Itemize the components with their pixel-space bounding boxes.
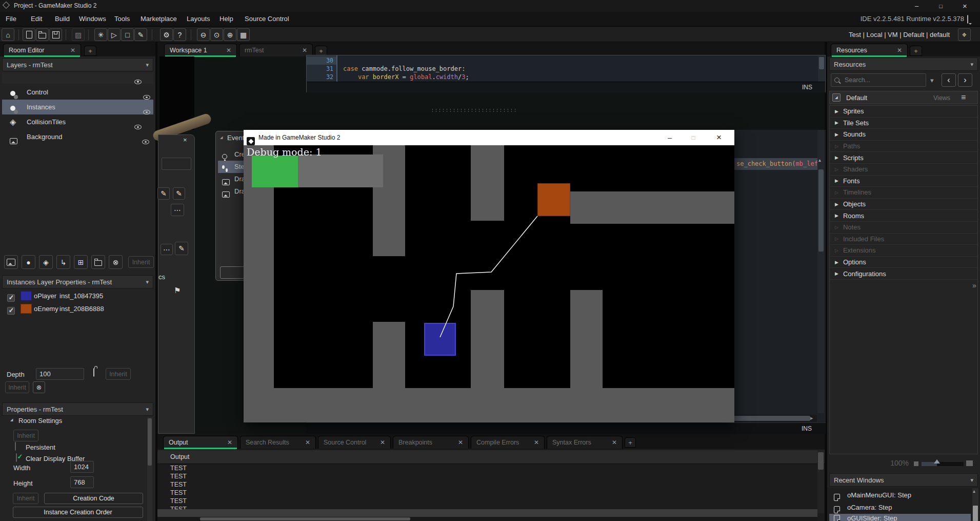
recent-row-ocamera[interactable]: oCamera: Step — [829, 501, 971, 514]
menu-marketplace[interactable]: Marketplace — [141, 15, 177, 23]
tree-arrow-icon[interactable] — [835, 260, 838, 265]
room-settings-label[interactable]: Room Settings — [18, 417, 62, 424]
tab-close-icon[interactable] — [64, 47, 75, 54]
recent-row-oguislider[interactable]: oGUISlider: Step — [829, 514, 971, 521]
game-minimize-icon[interactable] — [665, 132, 675, 143]
game-close-icon[interactable] — [713, 131, 725, 144]
resource-group-row[interactable]: Default Views — [829, 91, 978, 104]
layers-header[interactable]: Layers - rmTest — [2, 58, 153, 71]
instance-creation-order-button[interactable]: Instance Creation Order — [13, 507, 143, 518]
tree-item-configurations[interactable]: Configurations — [830, 268, 977, 280]
eye-icon[interactable] — [134, 80, 142, 84]
tab-close-icon[interactable] — [374, 439, 385, 446]
add-path-layer-icon[interactable] — [56, 255, 70, 269]
eye-icon[interactable] — [143, 95, 150, 100]
instance-row-oenemy[interactable]: oEnemy inst_208B6888 — [2, 302, 153, 315]
search-next-button[interactable] — [958, 73, 972, 87]
add-tab-button[interactable] — [910, 46, 922, 56]
tab-rmtest[interactable]: rmTest — [239, 44, 313, 56]
settings-gear-icon[interactable] — [160, 28, 173, 41]
menu-tools[interactable]: Tools — [114, 15, 130, 23]
tab-search-results[interactable]: Search Results — [240, 436, 316, 449]
tree-item-rooms[interactable]: Rooms — [830, 210, 977, 222]
search-prev-button[interactable] — [942, 73, 956, 87]
menu-file[interactable]: File — [6, 15, 16, 23]
tree-arrow-icon[interactable] — [835, 178, 838, 183]
tree-arrow-icon[interactable] — [835, 155, 838, 160]
scroll-up-icon[interactable] — [818, 157, 821, 163]
clean-build-icon[interactable] — [134, 28, 147, 41]
debug-icon[interactable] — [94, 28, 107, 41]
tab-close-icon[interactable] — [220, 47, 231, 54]
edit-image-icon[interactable] — [173, 187, 185, 200]
clear-display-buffer-checkbox[interactable] — [16, 453, 17, 462]
tree-item-sounds[interactable]: Sounds — [830, 129, 977, 141]
recent-row-omainmenugui[interactable]: oMainMenuGUI: Step — [829, 489, 971, 501]
add-output-tab-button[interactable] — [625, 437, 636, 448]
feedback-chat-icon[interactable] — [967, 15, 968, 24]
flag-icon[interactable] — [174, 286, 181, 295]
tab-close-icon[interactable] — [891, 47, 902, 54]
room-properties-header[interactable]: Properties - rmTest — [2, 402, 153, 416]
tree-arrow-icon[interactable] — [835, 132, 838, 137]
tab-close-icon[interactable] — [296, 47, 307, 54]
resources-header[interactable]: Resources — [829, 57, 978, 71]
zoom-slider-max-handle[interactable] — [966, 460, 973, 466]
scroll-up-icon[interactable] — [973, 488, 975, 494]
tree-arrow-icon[interactable] — [835, 213, 838, 218]
tab-output[interactable]: Output — [163, 436, 238, 449]
save-project-icon[interactable] — [49, 28, 62, 41]
left-panel-scrollbar[interactable] — [147, 417, 152, 521]
output-v-scrollbar[interactable] — [817, 450, 824, 513]
layer-row-instances[interactable]: Instances — [2, 100, 153, 114]
output-h-scrollbar[interactable] — [157, 517, 817, 521]
eye-icon[interactable] — [143, 110, 150, 114]
tab-close-icon[interactable] — [528, 439, 539, 446]
tree-arrow-icon[interactable] — [835, 120, 838, 125]
add-workspace-tab-button[interactable] — [315, 46, 327, 56]
close-icon[interactable] — [183, 136, 187, 144]
eye-icon[interactable] — [134, 125, 142, 129]
edit-sprite-icon[interactable] — [157, 187, 170, 200]
game-window-titlebar[interactable]: Made in GameMaker Studio 2 — [244, 130, 734, 145]
game-viewport[interactable]: Debug mode: 1 — [244, 145, 734, 422]
minimize-button[interactable] — [905, 0, 929, 12]
room-height-input[interactable] — [70, 476, 94, 488]
output-selected-row[interactable] — [157, 509, 817, 517]
stop-icon[interactable] — [121, 28, 134, 41]
recent-windows-header[interactable]: Recent Windows — [829, 473, 978, 487]
maximize-button[interactable] — [929, 0, 953, 12]
target-manager-icon[interactable] — [958, 28, 971, 41]
tree-item-objects[interactable]: Objects — [830, 199, 977, 210]
zoom-slider-thumb[interactable] — [934, 459, 940, 464]
run-icon[interactable] — [108, 28, 121, 41]
menu-edit[interactable]: Edit — [31, 15, 42, 23]
instances-properties-header[interactable]: Instances Layer Properties - rmTest — [2, 275, 153, 288]
recent-scrollbar[interactable] — [972, 488, 978, 521]
tab-source-control[interactable]: Source Control — [318, 436, 391, 449]
tab-close-icon[interactable] — [452, 439, 463, 446]
tree-arrow-icon[interactable] — [835, 271, 838, 276]
tab-workspace-1[interactable]: Workspace 1 — [164, 44, 237, 56]
home-icon[interactable] — [2, 28, 14, 41]
layer-row-collisiontiles[interactable]: CollisionTiles — [2, 114, 153, 129]
zoom-out-icon[interactable] — [197, 28, 210, 41]
tab-close-icon[interactable] — [221, 439, 232, 446]
tree-item-options[interactable]: Options — [830, 257, 977, 268]
build-config-label[interactable]: Test | Local | VM | Default | default — [849, 31, 950, 38]
zoom-slider-min-handle[interactable] — [914, 461, 918, 466]
add-tab-button[interactable] — [84, 46, 96, 56]
tab-syntax-errors[interactable]: Syntax Errors — [547, 436, 623, 449]
zoom-slider-track[interactable] — [922, 462, 964, 466]
code-scrollbar[interactable] — [818, 56, 825, 82]
delete-layer-icon[interactable] — [109, 255, 123, 269]
add-layer-folder-icon[interactable] — [91, 255, 105, 269]
edit-icon[interactable] — [175, 242, 188, 255]
search-options-chevron-icon[interactable] — [930, 76, 934, 84]
zoom-reset-icon[interactable] — [210, 28, 223, 41]
tab-close-icon[interactable] — [606, 439, 617, 446]
panel-expand-icon[interactable] — [972, 281, 976, 290]
reset-icon[interactable] — [33, 381, 45, 393]
tree-arrow-icon[interactable] — [835, 202, 838, 207]
instance-visible-checkbox[interactable] — [7, 307, 15, 315]
